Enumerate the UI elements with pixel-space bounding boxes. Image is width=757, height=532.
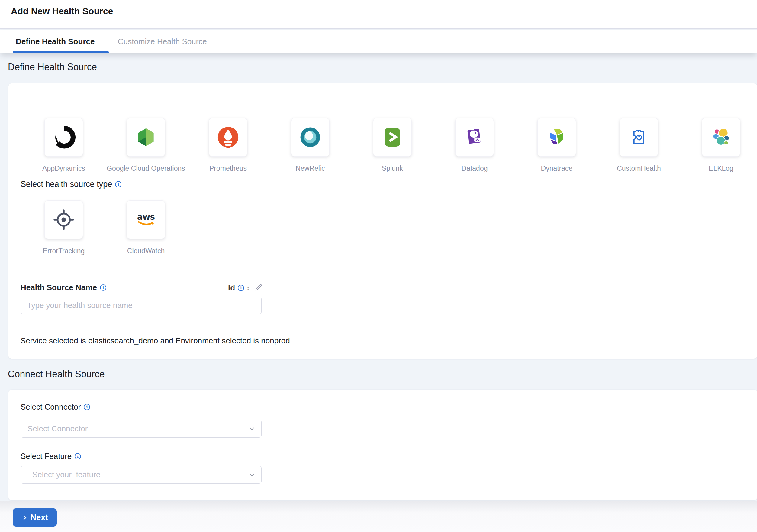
- health-source-type-customhealth[interactable]: [620, 118, 658, 157]
- health-source-type-dynatrace[interactable]: [537, 118, 576, 157]
- health-source-type-cell-errortracking: ErrorTracking: [23, 201, 105, 255]
- health-source-type-cell-newrelic: NewRelic: [269, 118, 351, 172]
- active-tab-underline: [13, 51, 109, 53]
- health-source-type-cell-elklog: ELKLog: [680, 118, 757, 172]
- tab-bar: Define Health Source Customize Health So…: [0, 30, 757, 53]
- tab-customize-label: Customize Health Source: [118, 37, 207, 46]
- health-source-type-label: AppDynamics: [42, 165, 85, 172]
- health-source-type-label: Prometheus: [209, 165, 247, 172]
- health-source-type-cell-datadog: Datadog: [434, 118, 516, 172]
- cloudwatch-icon: aws: [134, 208, 158, 232]
- health-source-type-splunk[interactable]: [373, 118, 412, 157]
- health-source-type-cell-appdynamics: AppDynamics: [23, 118, 105, 172]
- svg-text:aws: aws: [137, 212, 155, 222]
- health-source-type-grid: AppDynamicsGoogle Cloud OperationsPromet…: [23, 118, 757, 255]
- next-button[interactable]: Next: [13, 509, 57, 527]
- health-source-type-cell-prometheus: Prometheus: [187, 118, 269, 172]
- health-source-type-label: CustomHealth: [617, 165, 661, 172]
- identifier-group: Id :: [228, 283, 263, 293]
- footer-bar: Next: [0, 501, 757, 532]
- health-source-type-label: Google Cloud Operations: [106, 165, 185, 172]
- service-environment-note: Service selected is elasticsearch_demo a…: [20, 336, 290, 346]
- health-source-type-label: Splunk: [382, 165, 403, 172]
- tab-customize-health-source[interactable]: Customize Health Source: [118, 30, 207, 53]
- health-source-name-label: Health Source Name: [20, 283, 97, 292]
- appdynamics-icon: [52, 125, 76, 149]
- health-source-type-errortracking[interactable]: [45, 201, 83, 239]
- health-source-type-google-cloud-operations[interactable]: [127, 118, 165, 157]
- health-source-type-label: CloudWatch: [127, 247, 165, 255]
- datadog-icon: [463, 125, 486, 149]
- health-source-type-appdynamics[interactable]: [45, 118, 83, 157]
- health-source-type-label: ELKLog: [709, 165, 734, 172]
- health-source-type-cell-splunk: Splunk: [351, 118, 434, 172]
- prometheus-icon: [216, 125, 240, 149]
- health-source-type-label: Dynatrace: [541, 165, 573, 172]
- health-source-type-newrelic[interactable]: [291, 118, 330, 157]
- splunk-icon: [380, 125, 404, 149]
- select-feature-label: Select Feature: [20, 452, 72, 461]
- connect-health-source-card: Select Connector Select Connector Select…: [9, 390, 757, 500]
- add-health-source-page: Add New Health Source Define Health Sour…: [0, 0, 757, 532]
- edit-id-button[interactable]: [254, 283, 263, 293]
- select-feature-info-icon[interactable]: [75, 453, 81, 459]
- connector-select[interactable]: Select Connector: [20, 420, 261, 438]
- health-source-type-cell-cloudwatch: awsCloudWatch: [105, 201, 187, 255]
- health-source-type-prometheus[interactable]: [209, 118, 247, 157]
- id-label: Id: [228, 283, 235, 293]
- pencil-icon: [254, 283, 263, 293]
- connect-section-heading: Connect Health Source: [8, 369, 105, 380]
- health-source-type-label: Datadog: [462, 165, 488, 172]
- page-header: Add New Health Source: [0, 0, 757, 29]
- chevron-down-icon: [248, 471, 256, 479]
- health-source-type-cell-customhealth: CustomHealth: [598, 118, 680, 172]
- name-label-row: Health Source Name: [20, 283, 106, 292]
- health-source-type-label: ErrorTracking: [43, 247, 85, 255]
- page-title: Add New Health Source: [11, 6, 113, 16]
- select-connector-label: Select Connector: [20, 402, 81, 412]
- select-connector-info-icon[interactable]: [84, 404, 90, 410]
- customhealth-icon: [627, 125, 651, 149]
- health-source-type-elklog[interactable]: [702, 118, 741, 157]
- connector-label-row: Select Connector: [20, 402, 90, 412]
- google-cloud-operations-icon: [134, 125, 158, 149]
- connector-select-placeholder: Select Connector: [27, 424, 248, 433]
- define-section-heading: Define Health Source: [8, 62, 97, 73]
- newrelic-icon: [298, 125, 322, 149]
- errortracking-icon: [52, 208, 76, 232]
- chevron-down-icon: [248, 425, 256, 432]
- health-source-type-label: NewRelic: [295, 165, 325, 172]
- next-button-label: Next: [31, 513, 48, 522]
- dynatrace-icon: [545, 125, 568, 149]
- feature-label-row: Select Feature: [20, 452, 81, 461]
- health-source-name-input[interactable]: [20, 297, 261, 314]
- tab-define-label: Define Health Source: [16, 37, 95, 46]
- feature-select[interactable]: - Select your feature -: [20, 466, 261, 484]
- health-source-type-datadog[interactable]: [455, 118, 494, 157]
- elklog-icon: [709, 125, 733, 149]
- health-source-type-cell-google-cloud-operations: Google Cloud Operations: [105, 118, 187, 172]
- id-colon: :: [247, 283, 250, 293]
- health-source-type-cloudwatch[interactable]: aws: [127, 201, 165, 239]
- chevron-right-icon: [21, 515, 28, 521]
- health-source-name-info-icon[interactable]: [100, 284, 106, 291]
- health-source-type-cell-dynatrace: Dynatrace: [516, 118, 598, 172]
- id-info-icon[interactable]: [238, 285, 244, 291]
- define-health-source-card: Select health source type AppDynamicsGoo…: [9, 83, 757, 359]
- feature-select-placeholder: - Select your feature -: [27, 470, 248, 480]
- tab-define-health-source[interactable]: Define Health Source: [16, 30, 95, 53]
